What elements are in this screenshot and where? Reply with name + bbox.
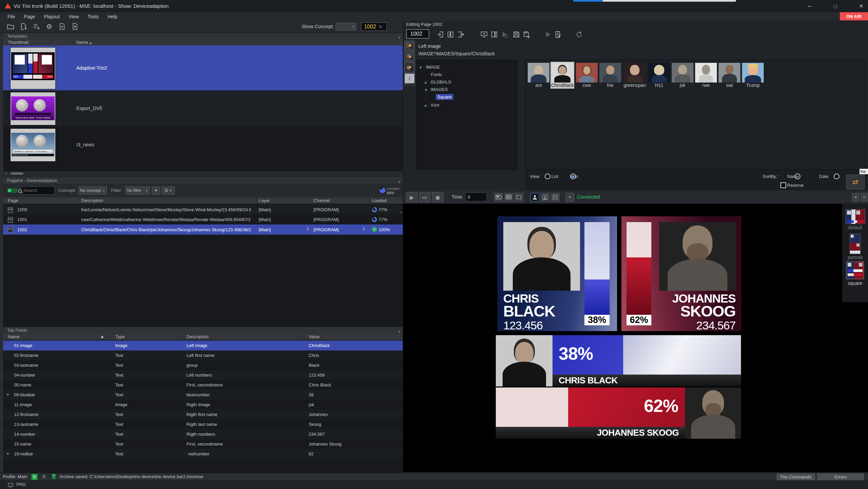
- person-frame-icon[interactable]: [541, 193, 549, 202]
- editor-page-field[interactable]: 1002: [406, 29, 429, 39]
- page-actions-icon[interactable]: [58, 22, 67, 31]
- tabfield-row-03-lastname[interactable]: 03-lastname Text group Black: [3, 360, 403, 370]
- col-channel[interactable]: Channel: [313, 198, 330, 203]
- col-page[interactable]: Page: [8, 198, 18, 203]
- reverse-checkbox[interactable]: [780, 182, 786, 188]
- tree-item-vizrt[interactable]: ▶ Vizrt: [425, 102, 439, 108]
- show-concept-dropdown[interactable]: ⇕: [336, 23, 357, 31]
- template-row-adaptive-trio2[interactable]: 50% 50% Adaptive-Trio2: [3, 46, 403, 90]
- tabfield-row-14-number[interactable]: 14-number Text Rigth numbers 234.567: [3, 429, 403, 439]
- detach-preview-icon[interactable]: ⧉: [861, 193, 868, 202]
- search-image-tab-icon[interactable]: [404, 62, 415, 73]
- continue-button[interactable]: ▸|▸: [419, 192, 431, 202]
- templates-col-name[interactable]: Name ▲: [76, 40, 92, 45]
- tabfield-row-04-number[interactable]: 04-number Text Left numbers 123.456: [3, 370, 403, 380]
- view-list-radio[interactable]: [545, 174, 550, 179]
- tree-expanded-icon[interactable]: ▼: [425, 88, 427, 92]
- snapshot-icon[interactable]: [480, 30, 488, 39]
- templates-hscrollbar[interactable]: ◂: [3, 171, 403, 176]
- save-as-icon[interactable]: [522, 30, 531, 39]
- scroll-left-icon[interactable]: ◂: [5, 171, 7, 175]
- menu-playout[interactable]: Playout: [44, 14, 60, 19]
- preview-dropdown-icon[interactable]: ▼: [852, 193, 860, 202]
- layer-spinner-icon[interactable]: ⇕: [306, 227, 309, 231]
- filter-dropdown[interactable]: No filter⇕: [125, 186, 150, 195]
- edit-script-icon[interactable]: [554, 30, 562, 39]
- info-tab-icon[interactable]: i: [404, 73, 415, 84]
- expand-row-icon[interactable]: ▶: [7, 393, 9, 396]
- expand-row-icon[interactable]: ▶: [7, 452, 9, 455]
- variant-label-default[interactable]: default: [842, 225, 868, 230]
- tabfield-row-15-name[interactable]: 15-name Text First, secondname Johannes …: [3, 439, 403, 449]
- time-input[interactable]: [465, 193, 487, 201]
- menu-help[interactable]: Help: [108, 14, 117, 19]
- variant-thumb-default[interactable]: [846, 209, 865, 224]
- image-thumb-trump[interactable]: Trump: [742, 63, 764, 88]
- template-row-i3-news[interactable]: 1 2 Headline is rigth here - in any shap…: [3, 126, 403, 163]
- stop-button[interactable]: ■: [432, 192, 444, 202]
- tree-item-square[interactable]: Square: [436, 94, 453, 100]
- image-thumb-swi[interactable]: swi: [718, 63, 741, 88]
- col-value[interactable]: Value: [309, 334, 320, 339]
- image-thumb-ant[interactable]: ant: [527, 63, 550, 88]
- menu-tools[interactable]: Tools: [88, 14, 99, 19]
- tree-collapsed-icon[interactable]: ▶: [425, 81, 427, 84]
- tabfield-row-09-bluebar[interactable]: ▶ 09-bluebar Text bluenumber 38: [3, 390, 403, 400]
- pagelist-panel-header[interactable]: Pagelist - Deviceadaption ▾: [3, 177, 403, 184]
- template-row-esport-dve[interactable]: 1 2 HEADLINE IS HERE - IN ANY SHAPE Espo…: [3, 90, 403, 126]
- scrollbar-thumb[interactable]: [11, 173, 23, 175]
- preview-mode-3-icon[interactable]: [514, 193, 523, 202]
- trio-commands-button[interactable]: Trio Commands: [777, 473, 815, 480]
- person-fill-icon[interactable]: [530, 193, 539, 202]
- col-layer[interactable]: Layer: [259, 198, 270, 203]
- search-settings-tab-icon[interactable]: [404, 52, 415, 62]
- program-monitor-icon[interactable]: [6, 481, 15, 489]
- tree-item-images[interactable]: ▼ IMAGES: [425, 87, 448, 92]
- tree-collapsed-icon[interactable]: ▶: [425, 104, 427, 107]
- checker-frame-icon[interactable]: [551, 193, 560, 202]
- preview-mode-1-icon[interactable]: [494, 193, 503, 202]
- search-folder-tab-icon[interactable]: [404, 41, 415, 51]
- tabfield-row-02-firstname[interactable]: 02-firstname Text Left first name Chris: [3, 350, 403, 360]
- read-page-icon[interactable]: [446, 30, 455, 39]
- new-page-icon[interactable]: [19, 22, 28, 31]
- pagelist-search-box[interactable]: [21, 186, 55, 195]
- image-thumb-cwe[interactable]: cwe: [576, 63, 598, 88]
- refresh-library-button[interactable]: ⇄: [846, 175, 865, 189]
- current-page-field[interactable]: 1002 ↻: [361, 22, 387, 31]
- reverse-label[interactable]: Reverse: [787, 183, 803, 188]
- channel-dropdown-icon[interactable]: ▼: [565, 193, 574, 202]
- settings-gear-icon[interactable]: ⚙: [45, 22, 54, 31]
- pagelist-row-1001[interactable]: 1001 cwe/Catherine/Webb/catherine Webb/r…: [3, 215, 403, 224]
- minimize-button[interactable]: –: [802, 1, 817, 11]
- pagelist-expand-handle[interactable]: ▸: [400, 211, 402, 214]
- variant-thumb-portrait[interactable]: [850, 234, 861, 254]
- tree-expanded-icon[interactable]: ▼: [419, 66, 422, 69]
- tree-item-globals[interactable]: ▶ GLOBALS: [425, 79, 451, 85]
- page-refresh-icon[interactable]: ↻: [379, 24, 382, 29]
- tabfield-row-01-image[interactable]: 01-image Image Left Image ChrisBlack: [3, 341, 403, 350]
- sort-date-radio[interactable]: [834, 174, 839, 179]
- pagelist-row-1000[interactable]: 1000 fne/Lennie/Nelson/Lennie Nelson/swi…: [3, 205, 403, 215]
- view-icon-label[interactable]: Icon: [570, 174, 578, 179]
- tabfield-row-13-lastname[interactable]: 13-lastname Text Rigth last name Skoog: [3, 419, 403, 429]
- add-playlist-icon[interactable]: [32, 22, 41, 31]
- image-thumb-fne[interactable]: fne: [599, 63, 621, 88]
- channel-spinner-icon[interactable]: ⇕: [362, 227, 365, 231]
- col-description[interactable]: Description: [186, 334, 209, 339]
- sort-date-label[interactable]: Date: [819, 174, 828, 179]
- open-show-icon[interactable]: [6, 22, 15, 31]
- sort-asc-icon[interactable]: ▲: [101, 334, 104, 338]
- layers-icon[interactable]: [490, 30, 499, 39]
- concept-dropdown[interactable]: No concept⇕: [78, 186, 107, 195]
- menu-view[interactable]: View: [69, 14, 79, 19]
- col-loaded[interactable]: Loaded: [372, 198, 386, 203]
- tree-item-fonts[interactable]: Fonts: [431, 72, 442, 77]
- image-thumb-jsk[interactable]: jsk: [671, 63, 694, 88]
- refresh-icon[interactable]: [575, 30, 583, 39]
- tabfield-row-05-name[interactable]: 05-name Text First, secondname Chris Bla…: [3, 380, 403, 390]
- variant-label-square[interactable]: square: [842, 280, 868, 286]
- export-page-icon[interactable]: [71, 22, 79, 31]
- take-in-icon[interactable]: [436, 30, 445, 39]
- errors-button[interactable]: Errors: [817, 473, 864, 480]
